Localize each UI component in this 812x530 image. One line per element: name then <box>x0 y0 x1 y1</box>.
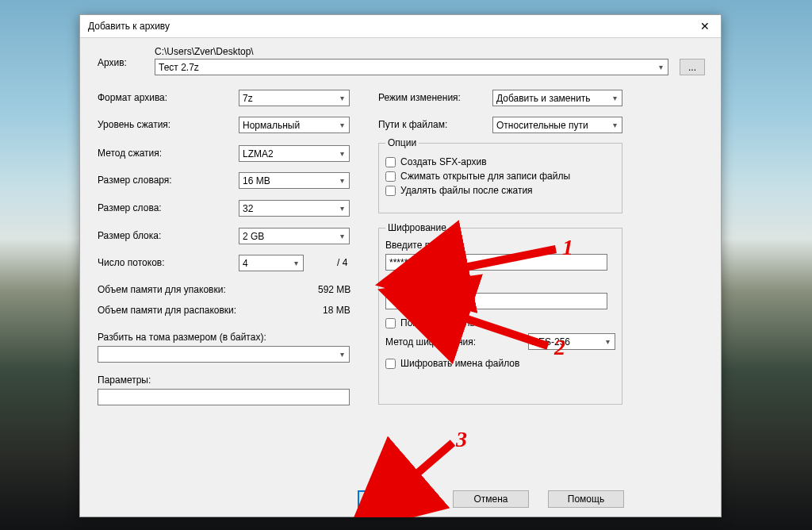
mem-pack-value: 592 MB <box>318 284 350 295</box>
opt-sfx[interactable]: Создать SFX-архив <box>385 156 615 167</box>
archive-label: Архив: <box>98 57 127 68</box>
threads-max: / 4 <box>337 257 347 268</box>
method-select[interactable]: LZMA2▾ <box>239 145 350 162</box>
opt-delete-after[interactable]: Удалять файлы после сжатия <box>385 185 615 196</box>
path-mode-label: Пути к файлам: <box>378 119 447 130</box>
repeat-password-input[interactable] <box>385 293 607 309</box>
encryption-legend: Шифрование <box>385 222 449 233</box>
close-icon: ✕ <box>700 20 710 33</box>
svg-line-2 <box>407 443 453 482</box>
window-title: Добавить к архиву <box>88 21 170 32</box>
enc-method-select[interactable]: AES-256▾ <box>528 333 615 350</box>
path-mode-select[interactable]: Относительные пути▾ <box>492 117 622 133</box>
chevron-down-icon: ▾ <box>336 94 347 102</box>
chevron-down-icon: ▾ <box>336 121 347 129</box>
params-input[interactable] <box>98 389 350 405</box>
close-button[interactable]: ✕ <box>689 15 721 37</box>
help-button[interactable]: Помощь <box>548 490 624 508</box>
browse-button[interactable]: ... <box>680 59 705 75</box>
block-select[interactable]: 2 GB▾ <box>239 228 350 244</box>
method-label: Метод сжатия: <box>98 148 162 159</box>
password-input[interactable] <box>385 254 607 271</box>
chevron-down-icon: ▾ <box>609 121 620 129</box>
chevron-down-icon: ▾ <box>336 204 347 213</box>
chevron-down-icon: ▾ <box>336 176 347 185</box>
chevron-down-icon: ▾ <box>336 232 347 240</box>
update-mode-select[interactable]: Добавить и заменить▾ <box>492 90 622 106</box>
opt-open-files[interactable]: Сжимать открытые для записи файлы <box>385 171 615 182</box>
enter-password-label: Введите пароль: <box>385 240 615 251</box>
threads-label: Число потоков: <box>98 257 165 268</box>
format-select[interactable]: 7z▾ <box>239 90 350 106</box>
mem-unpack-label: Объем памяти для распаковки: <box>98 305 236 316</box>
annotation-3: 3 <box>456 427 467 452</box>
word-select[interactable]: 32▾ <box>239 200 350 217</box>
level-label: Уровень сжатия: <box>98 119 170 130</box>
params-label: Параметры: <box>98 374 151 386</box>
show-password-check[interactable]: Показать пароль <box>385 317 615 328</box>
mem-pack-label: Объем памяти для упаковки: <box>98 284 226 295</box>
level-select[interactable]: Нормальный▾ <box>239 117 350 133</box>
chevron-down-icon: ▾ <box>336 350 347 359</box>
archive-path: C:\Users\Zver\Desktop\ <box>155 46 254 57</box>
chevron-down-icon: ▾ <box>290 259 301 267</box>
desktop-background: Добавить к архиву ✕ Архив: C:\Users\Zver… <box>0 0 812 530</box>
ok-button[interactable]: OK <box>358 490 434 508</box>
repeat-password-label: Повторите пароль: <box>385 278 615 290</box>
split-select[interactable]: ▾ <box>98 346 350 363</box>
annotation-2: 2 <box>554 335 565 360</box>
archive-filename-combo[interactable]: Тест 2.7z ▾ <box>155 59 668 75</box>
chevron-down-icon: ▾ <box>609 94 620 102</box>
dict-select[interactable]: 16 MB▾ <box>239 172 350 189</box>
encrypt-names-check[interactable]: Шифровать имена файлов <box>385 358 615 369</box>
enc-method-label: Метод шифрования: <box>385 336 476 348</box>
mem-unpack-value: 18 MB <box>323 305 350 316</box>
threads-select[interactable]: 4▾ <box>239 255 304 271</box>
block-label: Размер блока: <box>98 230 161 241</box>
title-bar: Добавить к архиву ✕ <box>80 15 721 38</box>
add-to-archive-window: Добавить к архиву ✕ Архив: C:\Users\Zver… <box>79 14 722 517</box>
encryption-group: Шифрование Введите пароль: Повторите пар… <box>378 222 622 405</box>
dialog-body: Архив: C:\Users\Zver\Desktop\ Тест 2.7z … <box>80 38 721 517</box>
chevron-down-icon: ▾ <box>655 63 666 71</box>
options-legend: Опции <box>385 137 419 148</box>
chevron-down-icon: ▾ <box>336 149 347 158</box>
options-group: Опции Создать SFX-архив Сжимать открытые… <box>378 137 622 213</box>
chevron-down-icon: ▾ <box>602 337 613 346</box>
archive-filename: Тест 2.7z <box>159 62 199 73</box>
update-mode-label: Режим изменения: <box>378 92 461 103</box>
format-label: Формат архива: <box>98 92 167 103</box>
word-label: Размер слова: <box>98 202 162 213</box>
split-label: Разбить на тома размером (в байтах): <box>98 332 266 343</box>
annotation-1: 1 <box>562 235 573 260</box>
cancel-button[interactable]: Отмена <box>453 490 529 508</box>
dict-label: Размер словаря: <box>98 175 172 186</box>
